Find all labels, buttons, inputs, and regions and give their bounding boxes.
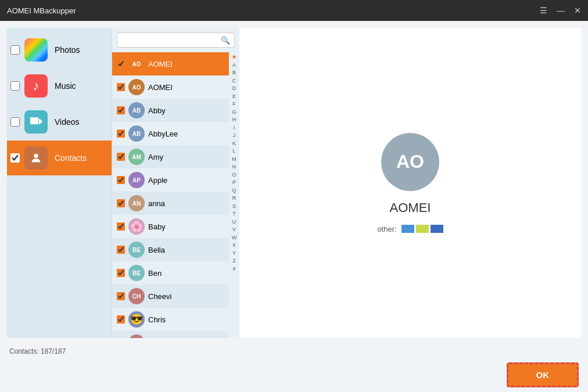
contact-checkbox[interactable] bbox=[117, 60, 125, 68]
contact-row[interactable]: BEBella bbox=[112, 238, 229, 261]
app-title: AOMEI MBackupper bbox=[7, 6, 76, 15]
contact-checkbox[interactable] bbox=[117, 199, 125, 207]
contact-avatar: AM bbox=[128, 149, 145, 165]
contact-avatar: 🌸 bbox=[128, 218, 145, 235]
search-icon: 🔍 bbox=[221, 36, 230, 45]
contact-row[interactable]: APApple bbox=[112, 168, 229, 192]
contact-checkbox[interactable] bbox=[117, 130, 125, 138]
contact-row[interactable]: AMAmy bbox=[112, 145, 229, 168]
alpha-char-w[interactable]: W bbox=[232, 234, 237, 242]
contact-avatar: BE bbox=[128, 242, 145, 258]
alpha-char-d[interactable]: D bbox=[232, 85, 236, 93]
music-checkbox[interactable] bbox=[10, 81, 20, 91]
alpha-char-y[interactable]: Y bbox=[232, 250, 236, 258]
alpha-char-v[interactable]: V bbox=[232, 226, 236, 234]
main-container: Photos ♪ Music Videos bbox=[0, 21, 588, 392]
contact-checkbox[interactable] bbox=[117, 315, 125, 323]
sidebar-item-contacts[interactable]: Contacts bbox=[7, 141, 112, 175]
alpha-char-★[interactable]: ★ bbox=[232, 53, 236, 62]
app-title-area: AOMEI MBackupper bbox=[7, 6, 76, 15]
alpha-char-a[interactable]: A bbox=[232, 62, 236, 70]
alpha-char-z[interactable]: Z bbox=[232, 257, 236, 265]
contact-row[interactable]: 🌸Baby bbox=[112, 215, 229, 238]
alpha-char-t[interactable]: T bbox=[232, 210, 236, 218]
color-bar-darkblue bbox=[431, 225, 443, 233]
alpha-char-p[interactable]: P bbox=[232, 179, 236, 187]
detail-avatar: AO bbox=[381, 133, 439, 191]
alpha-char-c[interactable]: C bbox=[232, 77, 236, 85]
contact-avatar: AP bbox=[128, 172, 145, 188]
alpha-char-q[interactable]: Q bbox=[232, 187, 236, 195]
contacts-label: Contacts bbox=[55, 153, 87, 163]
contacts-icon bbox=[24, 146, 48, 170]
contacts-checkbox[interactable] bbox=[10, 153, 20, 163]
sidebar-item-music[interactable]: ♪ Music bbox=[7, 69, 112, 103]
detail-panel: AO AOMEI other: bbox=[239, 28, 581, 338]
contact-avatar: CH bbox=[128, 288, 145, 304]
alpha-char-u[interactable]: U bbox=[232, 218, 236, 226]
contact-name: AOMEI bbox=[148, 60, 173, 69]
contact-row[interactable]: BEBen bbox=[112, 261, 229, 285]
contact-row[interactable]: ANanna bbox=[112, 192, 229, 215]
alpha-char-b[interactable]: B bbox=[232, 69, 236, 77]
contact-row[interactable]: 😎Chris bbox=[112, 308, 229, 331]
contact-row[interactable]: AOAOMEI bbox=[112, 75, 229, 99]
contact-avatar: AB bbox=[128, 125, 145, 142]
alpha-char-k[interactable]: K bbox=[232, 140, 236, 148]
ok-button[interactable]: OK bbox=[507, 362, 579, 387]
contact-checkbox[interactable] bbox=[117, 269, 125, 277]
contact-checkbox[interactable] bbox=[117, 292, 125, 300]
sidebar-item-photos[interactable]: Photos bbox=[7, 33, 112, 67]
contact-name: anna bbox=[148, 199, 165, 208]
music-label: Music bbox=[55, 81, 76, 91]
close-button[interactable]: ✕ bbox=[574, 6, 581, 15]
titlebar: AOMEI MBackupper ☰ — ✕ bbox=[0, 0, 588, 21]
content-area: Photos ♪ Music Videos bbox=[7, 28, 581, 338]
alpha-char-r[interactable]: R bbox=[232, 195, 236, 203]
contact-checkbox[interactable] bbox=[117, 83, 125, 91]
alpha-char-o[interactable]: O bbox=[232, 171, 236, 179]
alpha-char-#[interactable]: # bbox=[232, 265, 235, 274]
contact-avatar: BE bbox=[128, 265, 145, 281]
alpha-char-s[interactable]: S bbox=[232, 203, 236, 211]
photos-label: Photos bbox=[55, 45, 80, 55]
alpha-char-l[interactable]: L bbox=[232, 148, 235, 156]
contact-name: Cheevi bbox=[148, 292, 171, 301]
alpha-char-e[interactable]: E bbox=[232, 93, 236, 101]
sidebar-item-videos[interactable]: Videos bbox=[7, 105, 112, 139]
contact-row[interactable]: CHChris bbox=[112, 331, 229, 338]
color-bar-yellow bbox=[416, 225, 429, 233]
alpha-char-i[interactable]: I bbox=[234, 124, 235, 132]
alpha-char-n[interactable]: N bbox=[232, 163, 236, 171]
alpha-char-j[interactable]: J bbox=[233, 132, 236, 140]
contact-checkbox[interactable] bbox=[117, 246, 125, 254]
alpha-char-g[interactable]: G bbox=[232, 109, 236, 117]
alpha-char-h[interactable]: H bbox=[232, 116, 236, 124]
alpha-char-f[interactable]: F bbox=[232, 100, 236, 109]
music-icon: ♪ bbox=[24, 74, 48, 98]
photos-checkbox[interactable] bbox=[10, 45, 20, 55]
videos-checkbox[interactable] bbox=[10, 117, 20, 127]
contact-checkbox[interactable] bbox=[117, 153, 125, 161]
alpha-char-m[interactable]: M bbox=[232, 156, 236, 164]
contact-name: AOMEI bbox=[148, 83, 173, 92]
contact-row[interactable]: ABAbby bbox=[112, 99, 229, 122]
contact-name: Bella bbox=[148, 246, 165, 254]
contact-name: AbbyLee bbox=[148, 130, 178, 138]
contact-avatar: AB bbox=[128, 102, 145, 118]
detail-other: other: bbox=[377, 225, 443, 233]
menu-button[interactable]: ☰ bbox=[540, 6, 547, 15]
contact-checkbox[interactable] bbox=[117, 176, 125, 184]
contact-avatar: AN bbox=[128, 195, 145, 211]
minimize-button[interactable]: — bbox=[557, 6, 565, 15]
contact-row[interactable]: AOAOMEI bbox=[112, 52, 229, 75]
alpha-char-x[interactable]: X bbox=[232, 242, 236, 250]
contact-row[interactable]: CHCheevi bbox=[112, 285, 229, 308]
contact-name: Abby bbox=[148, 106, 166, 115]
photos-icon bbox=[24, 38, 48, 62]
contact-row[interactable]: ABAbbyLee bbox=[112, 122, 229, 145]
search-input[interactable] bbox=[117, 33, 235, 48]
contact-checkbox[interactable] bbox=[117, 222, 125, 231]
contact-avatar: AO bbox=[128, 56, 145, 72]
contact-checkbox[interactable] bbox=[117, 106, 125, 114]
